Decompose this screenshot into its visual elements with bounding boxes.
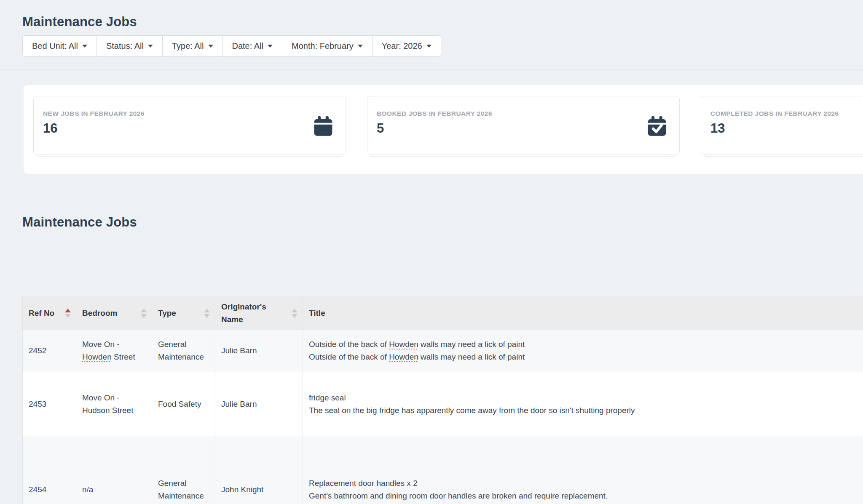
sort-icon: [65, 309, 71, 318]
table-row: 2452Move On - Howden StreetGeneral Maint…: [23, 330, 863, 371]
table-row: 2453Move On - Hudson StreetFood SafetyJu…: [23, 371, 863, 437]
table-row: 2454n/aGeneral MaintenanceJohn KnightRep…: [23, 437, 863, 504]
title-line: Gent's bathroom and dining room door han…: [309, 490, 863, 502]
misspelled-word: Howden: [82, 352, 112, 361]
stat-card-label: BOOKED JOBS IN FEBRUARY 2026: [377, 110, 668, 117]
stat-card-completed-jobs: COMPLETED JOBS IN FEBRUARY 202613: [701, 96, 863, 155]
stat-card-label: NEW JOBS IN FEBRUARY 2026: [43, 110, 335, 117]
sort-icon: [204, 309, 210, 318]
misspelled-word: Howden: [389, 340, 418, 349]
stat-card-value: 13: [710, 121, 863, 136]
cell-originator: Julie Barn: [215, 371, 303, 437]
filter-label: Type: All: [172, 41, 204, 51]
misspelled-word: Howden: [389, 352, 418, 361]
cell-bedroom: Move On - Hudson Street: [76, 371, 152, 437]
stat-card-stack: COMPLETED JOBS IN FEBRUARY 202613: [701, 96, 863, 174]
filter-label: Month: February: [292, 41, 354, 51]
card-stack-layer: [41, 157, 338, 158]
stat-card-value: 5: [377, 121, 668, 136]
column-header-label: Title: [309, 307, 325, 319]
caret-down-icon: [82, 45, 87, 48]
cell-title: fridge sealThe seal on the big fridge ha…: [303, 371, 863, 437]
filter-label: Year: 2026: [382, 41, 422, 51]
title-line: Outside of the back of Howden walls may …: [309, 338, 863, 350]
column-header-title: Title: [303, 296, 863, 330]
filter-bar: Bed Unit: AllStatus: AllType: AllDate: A…: [22, 35, 441, 57]
cell-originator: Julie Barn: [215, 330, 303, 371]
section-title: Maintenance Jobs: [22, 215, 863, 230]
column-header-label: Ref No: [29, 307, 54, 319]
divider: [0, 69, 863, 70]
card-stack-layer: [708, 157, 863, 158]
cell-bedroom: n/a: [76, 437, 152, 504]
jobs-table: Ref NoBedroomTypeOriginator's NameTitle …: [22, 296, 863, 504]
calendar-check-icon: [646, 115, 668, 138]
cell-type: General Maintenance: [152, 437, 215, 504]
filter-label: Date: All: [232, 41, 263, 51]
caret-down-icon: [208, 45, 213, 48]
title-line: fridge seal: [309, 392, 863, 404]
table-header-row: Ref NoBedroomTypeOriginator's NameTitle: [23, 296, 863, 330]
card-stack-layer: [375, 157, 672, 158]
stat-card-label: COMPLETED JOBS IN FEBRUARY 2026: [710, 110, 863, 117]
sort-asc-icon: [141, 309, 147, 312]
sort-desc-icon: [141, 314, 147, 318]
cell-bedroom: Move On - Howden Street: [76, 330, 152, 371]
cell-title: Outside of the back of Howden walls may …: [303, 330, 863, 371]
sort-asc-icon: [292, 309, 297, 312]
sort-desc-icon: [204, 314, 210, 318]
filter-label: Status: All: [106, 41, 144, 51]
stat-card-booked-jobs: BOOKED JOBS IN FEBRUARY 20265: [367, 96, 680, 155]
sort-desc-icon: [292, 314, 297, 318]
calendar-icon: [312, 115, 335, 138]
cell-type: Food Safety: [152, 371, 215, 437]
caret-down-icon: [148, 45, 153, 48]
sort-icon: [141, 309, 147, 318]
sort-desc-icon: [65, 314, 71, 318]
cell-title: Replacement door handles x 2Gent's bathr…: [303, 437, 863, 504]
column-header-ref-no[interactable]: Ref No: [23, 296, 76, 330]
sort-icon: [292, 309, 297, 318]
column-header-type[interactable]: Type: [152, 296, 215, 330]
stat-card-value: 16: [43, 121, 335, 136]
cell-type: General Maintenance: [152, 330, 215, 371]
column-header-originator-s-name[interactable]: Originator's Name: [215, 296, 303, 330]
filter-button-date[interactable]: Date: All: [223, 36, 282, 56]
title-line: Replacement door handles x 2: [309, 477, 863, 489]
caret-down-icon: [268, 45, 273, 48]
title-line: The seal on the big fridge has apparentl…: [309, 404, 863, 416]
caret-down-icon: [426, 45, 432, 48]
cell-ref-no: 2453: [23, 371, 76, 437]
filter-label: Bed Unit: All: [32, 41, 78, 51]
filter-button-bed-unit[interactable]: Bed Unit: All: [23, 36, 97, 56]
column-header-label: Bedroom: [82, 307, 117, 319]
stats-panel: NEW JOBS IN FEBRUARY 202616BOOKED JOBS I…: [23, 85, 863, 174]
column-header-bedroom[interactable]: Bedroom: [76, 296, 152, 330]
stat-card-new-jobs: NEW JOBS IN FEBRUARY 202616: [33, 96, 346, 155]
cell-ref-no: 2452: [23, 330, 76, 371]
filter-button-status[interactable]: Status: All: [97, 36, 163, 56]
stat-card-stack: BOOKED JOBS IN FEBRUARY 20265: [367, 96, 680, 174]
page: Maintenance Jobs Bed Unit: AllStatus: Al…: [0, 14, 863, 504]
cell-originator: John Knight: [215, 437, 303, 504]
sort-asc-icon: [65, 309, 71, 312]
caret-down-icon: [358, 45, 363, 48]
filter-button-month[interactable]: Month: February: [282, 36, 373, 56]
title-line: Outside of the back of Howden walls may …: [309, 351, 863, 363]
sort-asc-icon: [204, 309, 210, 312]
stat-card-stack: NEW JOBS IN FEBRUARY 202616: [33, 96, 346, 174]
filter-button-year[interactable]: Year: 2026: [373, 36, 441, 56]
page-title: Maintenance Jobs: [22, 14, 863, 29]
column-header-label: Type: [158, 307, 176, 319]
filter-button-type[interactable]: Type: All: [163, 36, 223, 56]
cell-ref-no: 2454: [23, 437, 76, 504]
column-header-label: Originator's Name: [221, 301, 288, 325]
